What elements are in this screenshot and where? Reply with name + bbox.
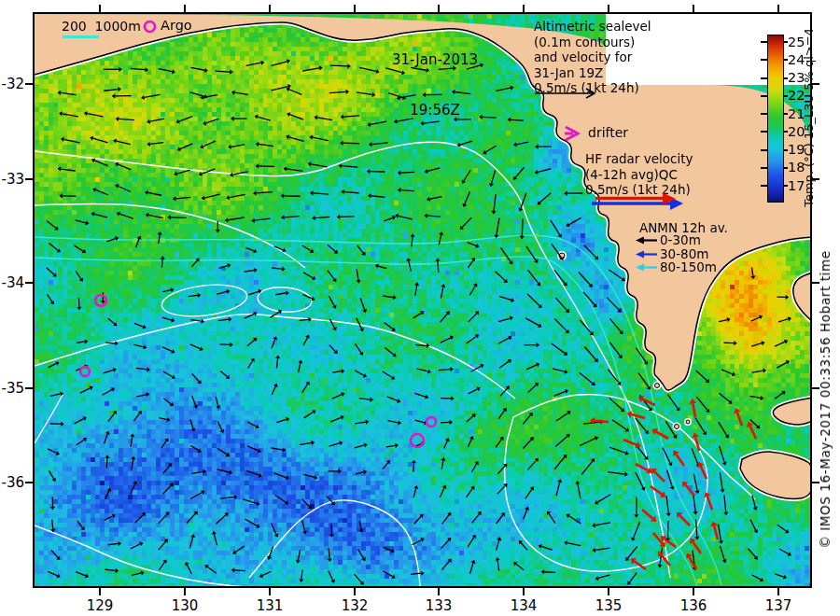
altimetric-legend-line-2: and velocity for [534, 49, 651, 65]
colorbar-tick-mark [761, 113, 767, 115]
lon-tick-bottom-130 [184, 588, 186, 595]
colorbar-tick-mark [784, 95, 788, 97]
anmn-label-80-150m: 80-150m [660, 259, 717, 274]
lon-label-132: 132 [334, 597, 375, 614]
lon-tick-bottom-137 [777, 588, 779, 595]
lon-tick-top-129 [99, 5, 101, 12]
lon-tick-bottom-131 [269, 588, 271, 595]
lon-label-136: 136 [673, 597, 714, 614]
lon-tick-top-131 [269, 5, 271, 12]
lat-tick-left--36 [25, 482, 33, 483]
lat-label--36: -36 [0, 474, 24, 491]
colorbar-tick-mark [761, 131, 767, 133]
lon-tick-bottom-136 [693, 588, 694, 595]
lat-tick-left--34 [25, 282, 33, 284]
colorbar-tick-mark [761, 185, 767, 187]
drifter-arrow-icon [562, 124, 586, 143]
isobath-depth-labels: 200 1000m [62, 19, 141, 34]
lon-tick-top-130 [184, 5, 186, 12]
isobath-line-sample [63, 35, 99, 38]
lon-tick-top-133 [438, 5, 440, 12]
lon-tick-bottom-133 [438, 588, 440, 595]
colorbar-tick-mark [761, 95, 767, 97]
lon-label-131: 131 [249, 597, 290, 614]
anmn-arrow-icon-0-30m [633, 235, 659, 245]
lon-label-134: 134 [503, 597, 544, 614]
colorbar-tick-mark [784, 113, 788, 115]
lat-tick-left--35 [25, 387, 33, 389]
lat-tick-left--32 [25, 83, 33, 85]
colorbar-tick-mark [761, 59, 767, 61]
hf-radar-scale-arrows-icon [590, 191, 687, 210]
altimetric-legend-line-0: Altimetric sealevel [534, 19, 651, 35]
lon-label-137: 137 [758, 597, 799, 614]
argo-legend-label: Argo [161, 18, 192, 33]
colorbar-tick-mark [784, 77, 788, 79]
lon-label-129: 129 [79, 597, 120, 614]
lon-tick-bottom-134 [523, 588, 525, 595]
lat-label--34: -34 [0, 274, 24, 291]
lat-tick-right--33 [812, 178, 819, 180]
colorbar-tick-mark [761, 77, 767, 79]
lat-label--35: -35 [0, 380, 24, 397]
anmn-arrow-icon-80-150m [633, 262, 659, 273]
lon-tick-bottom-129 [99, 588, 101, 595]
lat-label--33: -33 [0, 171, 24, 188]
altimetry-scale-arrow-icon [532, 86, 605, 101]
colorbar-tick-mark [761, 41, 767, 43]
map-datetime: 31-Jan-2013 19:56Z [369, 18, 501, 152]
lon-tick-top-136 [693, 5, 694, 12]
lon-label-130: 130 [164, 597, 205, 614]
colorbar-tick-mark [784, 149, 788, 151]
temperature-colorbar [767, 35, 784, 203]
map-date: 31-Jan-2013 [369, 51, 501, 68]
hf-radar-legend-line-1: (4-12h avg)QC [585, 167, 693, 183]
colorbar-tick-mark [784, 185, 788, 187]
colorbar-tick-mark [784, 41, 788, 43]
ocean-current-map-page: 31-Jan-2013 19:56Z Altimetric sealevel(0… [0, 0, 840, 616]
anmn-arrow-icon-30-80m [633, 249, 659, 259]
lon-tick-bottom-132 [354, 588, 356, 595]
altimetric-legend-text: Altimetric sealevel(0.1m contours)and ve… [534, 19, 651, 96]
lon-tick-top-134 [523, 5, 525, 12]
colorbar-tick-mark [784, 131, 788, 133]
hf-radar-legend-line-0: HF radar velocity [585, 151, 693, 167]
colorbar-tick-mark [761, 167, 767, 169]
colorbar-tick-mark [784, 59, 788, 61]
lon-tick-bottom-135 [608, 588, 609, 595]
lat-label--32: -32 [0, 76, 24, 92]
lat-tick-right--32 [812, 83, 819, 85]
altimetric-legend-line-3: 31-Jan 19Z [534, 65, 651, 81]
altimetric-legend-line-1: (0.1m contours) [534, 35, 651, 50]
map-time: 19:56Z [369, 102, 501, 119]
lon-tick-top-132 [354, 5, 356, 12]
drifter-label: drifter [588, 125, 628, 140]
lon-tick-top-135 [608, 5, 609, 12]
lon-label-135: 135 [588, 597, 629, 614]
colorbar-tick-mark [761, 149, 767, 151]
lat-tick-left--33 [25, 178, 33, 180]
attribution-text: © IMOS 16-May-2017 00:33:56 Hobart time [818, 250, 833, 548]
lon-tick-top-137 [777, 5, 779, 12]
colorbar-tick-mark [784, 167, 788, 169]
lon-label-133: 133 [418, 597, 459, 614]
argo-float-icon [142, 19, 158, 35]
colorbar-title: Temp. (°C) 15_L3U 5% ql>=4 [802, 28, 816, 207]
